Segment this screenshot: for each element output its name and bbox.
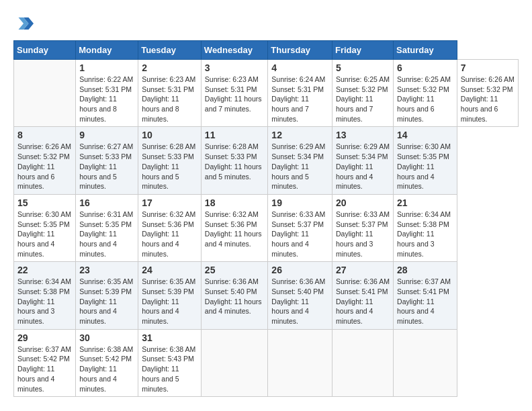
day-info: Sunrise: 6:31 AM Sunset: 5:35 PM Dayligh…	[79, 210, 134, 259]
day-info: Sunrise: 6:35 AM Sunset: 5:39 PM Dayligh…	[79, 277, 134, 326]
day-number: 3	[205, 62, 265, 73]
day-cell: 10Sunrise: 6:28 AM Sunset: 5:33 PM Dayli…	[138, 127, 202, 194]
day-cell: 29Sunrise: 6:37 AM Sunset: 5:42 PM Dayli…	[14, 329, 76, 396]
day-cell: 24Sunrise: 6:35 AM Sunset: 5:39 PM Dayli…	[138, 262, 202, 329]
day-cell: 8Sunrise: 6:26 AM Sunset: 5:32 PM Daylig…	[14, 127, 76, 194]
day-info: Sunrise: 6:25 AM Sunset: 5:32 PM Dayligh…	[397, 75, 453, 124]
day-info: Sunrise: 6:25 AM Sunset: 5:32 PM Dayligh…	[336, 75, 390, 124]
day-number: 24	[142, 265, 197, 275]
day-cell: 16Sunrise: 6:31 AM Sunset: 5:35 PM Dayli…	[76, 194, 138, 261]
day-cell: 19Sunrise: 6:33 AM Sunset: 5:37 PM Dayli…	[268, 194, 332, 261]
day-number: 8	[17, 130, 72, 140]
day-info: Sunrise: 6:32 AM Sunset: 5:36 PM Dayligh…	[205, 210, 265, 249]
logo	[13, 13, 36, 34]
calendar-week-row: 8Sunrise: 6:26 AM Sunset: 5:32 PM Daylig…	[14, 127, 519, 194]
day-number: 31	[142, 332, 197, 343]
day-number: 23	[79, 265, 134, 275]
day-info: Sunrise: 6:24 AM Sunset: 5:31 PM Dayligh…	[271, 75, 328, 124]
calendar-week-row: 1Sunrise: 6:22 AM Sunset: 5:31 PM Daylig…	[14, 60, 519, 127]
day-number: 10	[142, 130, 197, 140]
day-of-week-header: Wednesday	[201, 41, 268, 60]
day-number: 28	[397, 265, 453, 275]
day-number: 16	[79, 197, 134, 208]
day-info: Sunrise: 6:33 AM Sunset: 5:37 PM Dayligh…	[336, 210, 390, 259]
day-number: 27	[336, 265, 390, 275]
day-cell: 31Sunrise: 6:38 AM Sunset: 5:43 PM Dayli…	[138, 329, 202, 396]
day-info: Sunrise: 6:33 AM Sunset: 5:37 PM Dayligh…	[271, 210, 328, 259]
calendar-week-row: 15Sunrise: 6:30 AM Sunset: 5:35 PM Dayli…	[14, 194, 519, 261]
day-info: Sunrise: 6:23 AM Sunset: 5:31 PM Dayligh…	[142, 75, 197, 124]
day-info: Sunrise: 6:37 AM Sunset: 5:41 PM Dayligh…	[397, 277, 453, 326]
day-cell: 9Sunrise: 6:27 AM Sunset: 5:33 PM Daylig…	[76, 127, 138, 194]
day-cell: 30Sunrise: 6:38 AM Sunset: 5:42 PM Dayli…	[76, 329, 138, 396]
day-of-week-header: Saturday	[394, 41, 457, 60]
calendar-week-row: 22Sunrise: 6:34 AM Sunset: 5:38 PM Dayli…	[14, 262, 519, 329]
day-cell: 26Sunrise: 6:36 AM Sunset: 5:40 PM Dayli…	[268, 262, 332, 329]
day-info: Sunrise: 6:30 AM Sunset: 5:35 PM Dayligh…	[397, 142, 453, 191]
calendar-week-row: 29Sunrise: 6:37 AM Sunset: 5:42 PM Dayli…	[14, 329, 519, 396]
day-cell: 22Sunrise: 6:34 AM Sunset: 5:38 PM Dayli…	[14, 262, 76, 329]
day-number: 25	[205, 265, 265, 275]
day-of-week-header: Thursday	[268, 41, 332, 60]
day-number: 1	[79, 62, 134, 73]
day-info: Sunrise: 6:38 AM Sunset: 5:42 PM Dayligh…	[79, 345, 134, 394]
day-info: Sunrise: 6:22 AM Sunset: 5:31 PM Dayligh…	[79, 75, 134, 124]
day-cell: 2Sunrise: 6:23 AM Sunset: 5:31 PM Daylig…	[138, 60, 202, 127]
empty-day-cell	[14, 60, 76, 127]
day-cell: 25Sunrise: 6:36 AM Sunset: 5:40 PM Dayli…	[201, 262, 268, 329]
day-number: 2	[142, 62, 197, 73]
day-cell: 17Sunrise: 6:32 AM Sunset: 5:36 PM Dayli…	[138, 194, 202, 261]
day-cell: 20Sunrise: 6:33 AM Sunset: 5:37 PM Dayli…	[332, 194, 393, 261]
day-info: Sunrise: 6:23 AM Sunset: 5:31 PM Dayligh…	[205, 75, 265, 114]
empty-day-cell	[332, 329, 393, 396]
day-info: Sunrise: 6:27 AM Sunset: 5:33 PM Dayligh…	[79, 142, 134, 191]
day-cell: 3Sunrise: 6:23 AM Sunset: 5:31 PM Daylig…	[201, 60, 268, 127]
day-number: 9	[79, 130, 134, 140]
day-cell: 6Sunrise: 6:25 AM Sunset: 5:32 PM Daylig…	[394, 60, 457, 127]
day-info: Sunrise: 6:34 AM Sunset: 5:38 PM Dayligh…	[17, 277, 72, 326]
day-info: Sunrise: 6:35 AM Sunset: 5:39 PM Dayligh…	[142, 277, 197, 326]
empty-day-cell	[394, 329, 457, 396]
day-info: Sunrise: 6:28 AM Sunset: 5:33 PM Dayligh…	[142, 142, 197, 191]
day-cell: 14Sunrise: 6:30 AM Sunset: 5:35 PM Dayli…	[394, 127, 457, 194]
day-info: Sunrise: 6:26 AM Sunset: 5:32 PM Dayligh…	[17, 142, 72, 191]
day-info: Sunrise: 6:36 AM Sunset: 5:40 PM Dayligh…	[205, 277, 265, 316]
day-of-week-header: Monday	[76, 41, 138, 60]
day-info: Sunrise: 6:32 AM Sunset: 5:36 PM Dayligh…	[142, 210, 197, 259]
day-cell: 11Sunrise: 6:28 AM Sunset: 5:33 PM Dayli…	[201, 127, 268, 194]
day-number: 15	[17, 197, 72, 208]
day-number: 12	[271, 130, 328, 140]
day-cell: 18Sunrise: 6:32 AM Sunset: 5:36 PM Dayli…	[201, 194, 268, 261]
day-number: 29	[17, 332, 72, 343]
day-cell: 21Sunrise: 6:34 AM Sunset: 5:38 PM Dayli…	[394, 194, 457, 261]
day-number: 5	[336, 62, 390, 73]
day-cell: 27Sunrise: 6:36 AM Sunset: 5:41 PM Dayli…	[332, 262, 393, 329]
logo-icon	[13, 13, 34, 34]
day-cell: 12Sunrise: 6:29 AM Sunset: 5:34 PM Dayli…	[268, 127, 332, 194]
day-number: 11	[205, 130, 265, 140]
day-number: 4	[271, 62, 328, 73]
empty-day-cell	[201, 329, 268, 396]
day-info: Sunrise: 6:30 AM Sunset: 5:35 PM Dayligh…	[17, 210, 72, 259]
day-cell: 15Sunrise: 6:30 AM Sunset: 5:35 PM Dayli…	[14, 194, 76, 261]
day-info: Sunrise: 6:29 AM Sunset: 5:34 PM Dayligh…	[271, 142, 328, 191]
day-number: 14	[397, 130, 453, 140]
day-info: Sunrise: 6:29 AM Sunset: 5:34 PM Dayligh…	[336, 142, 390, 191]
day-number: 18	[205, 197, 265, 208]
day-info: Sunrise: 6:36 AM Sunset: 5:41 PM Dayligh…	[336, 277, 390, 326]
day-of-week-header: Tuesday	[138, 41, 202, 60]
day-number: 30	[79, 332, 134, 343]
day-cell: 7Sunrise: 6:26 AM Sunset: 5:32 PM Daylig…	[457, 60, 518, 127]
day-number: 26	[271, 265, 328, 275]
day-info: Sunrise: 6:34 AM Sunset: 5:38 PM Dayligh…	[397, 210, 453, 259]
day-info: Sunrise: 6:28 AM Sunset: 5:33 PM Dayligh…	[205, 142, 265, 181]
day-cell: 13Sunrise: 6:29 AM Sunset: 5:34 PM Dayli…	[332, 127, 393, 194]
day-number: 7	[461, 62, 515, 73]
day-number: 17	[142, 197, 197, 208]
day-info: Sunrise: 6:38 AM Sunset: 5:43 PM Dayligh…	[142, 345, 197, 394]
empty-day-cell	[268, 329, 332, 396]
day-cell: 4Sunrise: 6:24 AM Sunset: 5:31 PM Daylig…	[268, 60, 332, 127]
day-cell: 28Sunrise: 6:37 AM Sunset: 5:41 PM Dayli…	[394, 262, 457, 329]
day-info: Sunrise: 6:37 AM Sunset: 5:42 PM Dayligh…	[17, 345, 72, 394]
day-info: Sunrise: 6:26 AM Sunset: 5:32 PM Dayligh…	[461, 75, 515, 124]
